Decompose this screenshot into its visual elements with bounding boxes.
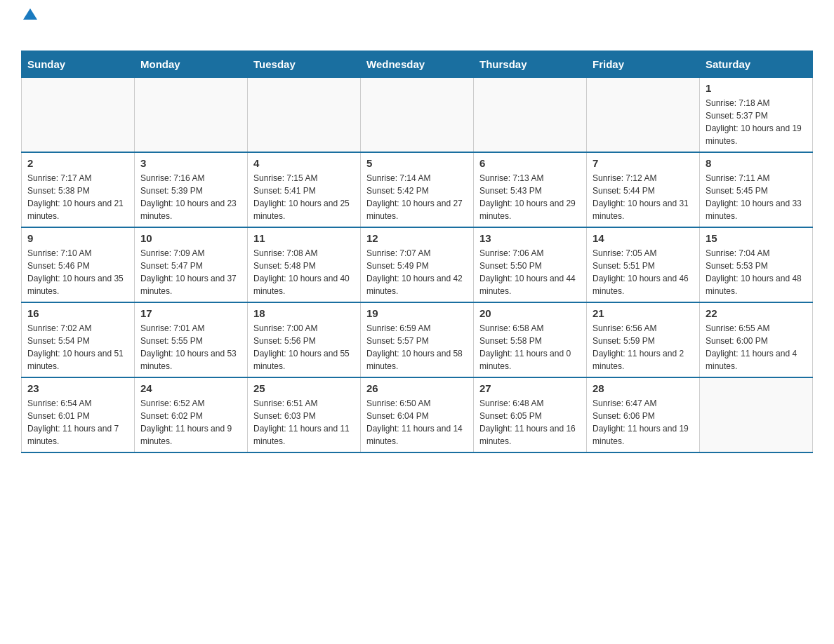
day-info: Sunrise: 7:06 AMSunset: 5:50 PMDaylight:… [479, 247, 581, 297]
calendar-cell: 9Sunrise: 7:10 AMSunset: 5:46 PMDaylight… [22, 227, 135, 302]
day-info: Sunrise: 7:13 AMSunset: 5:43 PMDaylight:… [479, 172, 581, 222]
logo-triangle [23, 8, 37, 20]
day-number: 11 [253, 232, 355, 244]
calendar-cell: 7Sunrise: 7:12 AMSunset: 5:44 PMDaylight… [587, 152, 700, 227]
weekday-header-row: SundayMondayTuesdayWednesdayThursdayFrid… [22, 51, 813, 78]
day-number: 22 [706, 307, 807, 319]
day-number: 13 [479, 232, 581, 244]
day-number: 1 [706, 82, 807, 94]
calendar-cell [361, 78, 474, 153]
day-number: 4 [253, 157, 355, 169]
weekday-header-monday: Monday [135, 51, 248, 78]
day-number: 12 [366, 232, 468, 244]
day-number: 10 [140, 232, 241, 244]
day-number: 14 [593, 232, 694, 244]
calendar-cell: 2Sunrise: 7:17 AMSunset: 5:38 PMDaylight… [22, 152, 135, 227]
day-info: Sunrise: 7:01 AMSunset: 5:55 PMDaylight:… [140, 322, 241, 373]
day-number: 18 [253, 307, 355, 319]
calendar-cell: 4Sunrise: 7:15 AMSunset: 5:41 PMDaylight… [248, 152, 361, 227]
calendar-cell: 15Sunrise: 7:04 AMSunset: 5:53 PMDayligh… [700, 227, 813, 302]
weekday-header-tuesday: Tuesday [248, 51, 361, 78]
day-info: Sunrise: 6:51 AMSunset: 6:03 PMDaylight:… [253, 397, 355, 448]
calendar-week-row: 16Sunrise: 7:02 AMSunset: 5:54 PMDayligh… [22, 302, 813, 377]
day-number: 19 [366, 307, 468, 319]
calendar-cell: 27Sunrise: 6:48 AMSunset: 6:05 PMDayligh… [474, 377, 587, 452]
day-info: Sunrise: 7:16 AMSunset: 5:39 PMDaylight:… [140, 172, 241, 222]
calendar-cell: 18Sunrise: 7:00 AMSunset: 5:56 PMDayligh… [248, 302, 361, 377]
day-number: 28 [593, 382, 694, 394]
calendar-cell: 11Sunrise: 7:08 AMSunset: 5:48 PMDayligh… [248, 227, 361, 302]
calendar-cell [474, 78, 587, 153]
calendar-cell [587, 78, 700, 153]
calendar-cell: 16Sunrise: 7:02 AMSunset: 5:54 PMDayligh… [22, 302, 135, 377]
day-number: 8 [706, 157, 807, 169]
day-number: 2 [27, 157, 128, 169]
day-info: Sunrise: 7:09 AMSunset: 5:47 PMDaylight:… [140, 247, 241, 297]
day-info: Sunrise: 6:47 AMSunset: 6:06 PMDaylight:… [593, 397, 694, 448]
day-info: Sunrise: 7:05 AMSunset: 5:51 PMDaylight:… [593, 247, 694, 297]
calendar-week-row: 1Sunrise: 7:18 AMSunset: 5:37 PMDaylight… [22, 78, 813, 153]
day-number: 6 [479, 157, 581, 169]
calendar-cell: 19Sunrise: 6:59 AMSunset: 5:57 PMDayligh… [361, 302, 474, 377]
calendar-cell: 24Sunrise: 6:52 AMSunset: 6:02 PMDayligh… [135, 377, 248, 452]
calendar-cell: 17Sunrise: 7:01 AMSunset: 5:55 PMDayligh… [135, 302, 248, 377]
weekday-header-wednesday: Wednesday [361, 51, 474, 78]
day-number: 7 [593, 157, 694, 169]
day-info: Sunrise: 7:18 AMSunset: 5:37 PMDaylight:… [706, 97, 807, 147]
day-info: Sunrise: 7:04 AMSunset: 5:53 PMDaylight:… [706, 247, 807, 297]
day-info: Sunrise: 7:02 AMSunset: 5:54 PMDaylight:… [27, 322, 128, 373]
logo [21, 14, 37, 39]
calendar-cell: 22Sunrise: 6:55 AMSunset: 6:00 PMDayligh… [700, 302, 813, 377]
day-number: 9 [27, 232, 128, 244]
weekday-header-sunday: Sunday [22, 51, 135, 78]
day-number: 24 [140, 382, 241, 394]
day-number: 15 [706, 232, 807, 244]
day-info: Sunrise: 7:00 AMSunset: 5:56 PMDaylight:… [253, 322, 355, 373]
calendar-cell: 8Sunrise: 7:11 AMSunset: 5:45 PMDaylight… [700, 152, 813, 227]
day-info: Sunrise: 6:54 AMSunset: 6:01 PMDaylight:… [27, 397, 128, 448]
calendar-cell: 28Sunrise: 6:47 AMSunset: 6:06 PMDayligh… [587, 377, 700, 452]
weekday-header-thursday: Thursday [474, 51, 587, 78]
calendar-cell [135, 78, 248, 153]
day-info: Sunrise: 7:11 AMSunset: 5:45 PMDaylight:… [706, 172, 807, 222]
day-info: Sunrise: 6:50 AMSunset: 6:04 PMDaylight:… [366, 397, 468, 448]
calendar-cell: 5Sunrise: 7:14 AMSunset: 5:42 PMDaylight… [361, 152, 474, 227]
day-number: 17 [140, 307, 241, 319]
calendar-cell [22, 78, 135, 153]
calendar-cell: 20Sunrise: 6:58 AMSunset: 5:58 PMDayligh… [474, 302, 587, 377]
calendar-cell [700, 377, 813, 452]
day-info: Sunrise: 7:15 AMSunset: 5:41 PMDaylight:… [253, 172, 355, 222]
calendar-table: SundayMondayTuesdayWednesdayThursdayFrid… [21, 51, 813, 453]
day-number: 25 [253, 382, 355, 394]
day-number: 3 [140, 157, 241, 169]
calendar-cell: 12Sunrise: 7:07 AMSunset: 5:49 PMDayligh… [361, 227, 474, 302]
day-number: 16 [27, 307, 128, 319]
day-number: 27 [479, 382, 581, 394]
day-info: Sunrise: 6:55 AMSunset: 6:00 PMDaylight:… [706, 322, 807, 373]
calendar-cell: 1Sunrise: 7:18 AMSunset: 5:37 PMDaylight… [700, 78, 813, 153]
calendar-week-row: 23Sunrise: 6:54 AMSunset: 6:01 PMDayligh… [22, 377, 813, 452]
day-info: Sunrise: 7:08 AMSunset: 5:48 PMDaylight:… [253, 247, 355, 297]
day-number: 5 [366, 157, 468, 169]
day-info: Sunrise: 7:14 AMSunset: 5:42 PMDaylight:… [366, 172, 468, 222]
day-info: Sunrise: 7:10 AMSunset: 5:46 PMDaylight:… [27, 247, 128, 297]
calendar-cell: 14Sunrise: 7:05 AMSunset: 5:51 PMDayligh… [587, 227, 700, 302]
day-info: Sunrise: 6:48 AMSunset: 6:05 PMDaylight:… [479, 397, 581, 448]
day-number: 20 [479, 307, 581, 319]
day-info: Sunrise: 7:07 AMSunset: 5:49 PMDaylight:… [366, 247, 468, 297]
calendar-cell: 13Sunrise: 7:06 AMSunset: 5:50 PMDayligh… [474, 227, 587, 302]
day-info: Sunrise: 6:58 AMSunset: 5:58 PMDaylight:… [479, 322, 581, 373]
day-info: Sunrise: 6:52 AMSunset: 6:02 PMDaylight:… [140, 397, 241, 448]
weekday-header-saturday: Saturday [700, 51, 813, 78]
calendar-cell: 26Sunrise: 6:50 AMSunset: 6:04 PMDayligh… [361, 377, 474, 452]
day-info: Sunrise: 7:17 AMSunset: 5:38 PMDaylight:… [27, 172, 128, 222]
calendar-cell: 25Sunrise: 6:51 AMSunset: 6:03 PMDayligh… [248, 377, 361, 452]
calendar-week-row: 9Sunrise: 7:10 AMSunset: 5:46 PMDaylight… [22, 227, 813, 302]
page-header [21, 14, 813, 39]
calendar-cell: 23Sunrise: 6:54 AMSunset: 6:01 PMDayligh… [22, 377, 135, 452]
calendar-cell: 3Sunrise: 7:16 AMSunset: 5:39 PMDaylight… [135, 152, 248, 227]
day-info: Sunrise: 6:59 AMSunset: 5:57 PMDaylight:… [366, 322, 468, 373]
calendar-cell: 6Sunrise: 7:13 AMSunset: 5:43 PMDaylight… [474, 152, 587, 227]
calendar-cell [248, 78, 361, 153]
day-number: 26 [366, 382, 468, 394]
